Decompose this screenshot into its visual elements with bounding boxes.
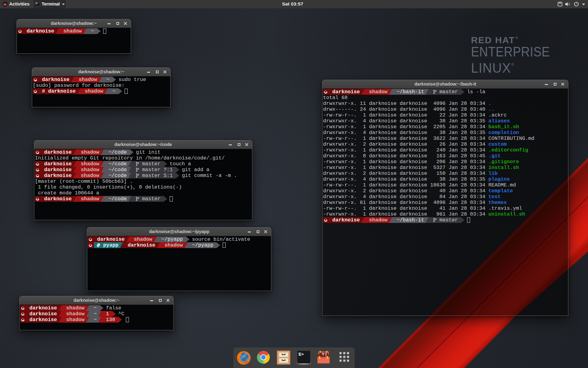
svg-text:$>: $> <box>298 352 304 357</box>
svg-text:$>: $> <box>36 2 38 5</box>
